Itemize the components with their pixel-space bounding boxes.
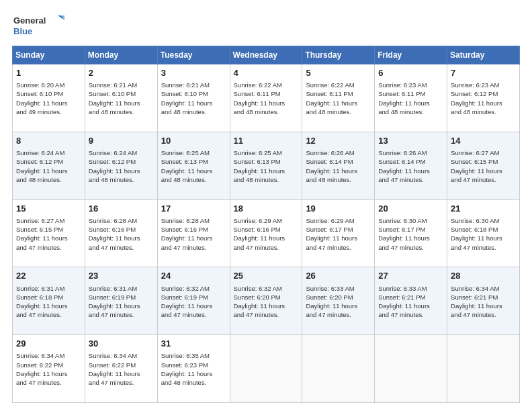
day-info: Daylight: 11 hours	[451, 234, 516, 242]
day-info: Sunrise: 6:32 AM	[161, 284, 226, 293]
day-number: 6	[378, 67, 443, 79]
table-row: 3Sunrise: 6:21 AMSunset: 6:10 PMDaylight…	[157, 64, 230, 132]
day-info: Sunrise: 6:28 AM	[89, 216, 154, 225]
day-info: and 47 minutes.	[378, 175, 443, 184]
day-number: 21	[451, 203, 516, 215]
day-info: Sunrise: 6:26 AM	[378, 148, 443, 157]
day-info: Sunset: 6:13 PM	[234, 157, 299, 166]
day-info: and 47 minutes.	[16, 243, 81, 252]
day-info: and 47 minutes.	[451, 175, 516, 184]
day-number: 26	[306, 270, 371, 282]
day-number: 23	[89, 270, 154, 282]
table-row: 16Sunrise: 6:28 AMSunset: 6:16 PMDayligh…	[85, 199, 157, 267]
day-info: and 47 minutes.	[89, 310, 154, 319]
day-info: Sunrise: 6:21 AM	[89, 81, 154, 89]
calendar-week-row: 8Sunrise: 6:24 AMSunset: 6:12 PMDaylight…	[13, 132, 520, 199]
day-info: Sunrise: 6:32 AM	[234, 284, 299, 293]
day-info: Daylight: 11 hours	[161, 234, 226, 242]
table-row: 25Sunrise: 6:32 AMSunset: 6:20 PMDayligh…	[230, 267, 302, 335]
day-info: Sunrise: 6:25 AM	[234, 148, 299, 157]
table-row: 4Sunrise: 6:22 AMSunset: 6:11 PMDaylight…	[230, 64, 302, 132]
day-info: and 48 minutes.	[16, 175, 81, 184]
day-info: Sunset: 6:18 PM	[16, 293, 81, 302]
table-row: 15Sunrise: 6:27 AMSunset: 6:15 PMDayligh…	[13, 199, 85, 267]
day-info: Sunrise: 6:24 AM	[89, 148, 154, 157]
day-info: Sunrise: 6:30 AM	[378, 216, 443, 225]
day-info: Sunrise: 6:34 AM	[451, 284, 516, 293]
day-info: Sunset: 6:18 PM	[451, 225, 516, 234]
day-info: Daylight: 11 hours	[451, 99, 516, 107]
table-row: 13Sunrise: 6:26 AMSunset: 6:14 PMDayligh…	[375, 132, 447, 199]
day-info: Sunrise: 6:34 AM	[16, 351, 81, 360]
day-number: 18	[234, 203, 299, 215]
day-info: Sunrise: 6:34 AM	[89, 351, 154, 360]
day-info: and 48 minutes.	[161, 107, 226, 116]
day-info: Daylight: 11 hours	[306, 99, 371, 107]
col-saturday: Saturday	[447, 46, 520, 64]
day-info: Sunset: 6:22 PM	[16, 361, 81, 369]
day-info: Daylight: 11 hours	[89, 302, 154, 310]
table-row	[447, 335, 520, 403]
day-info: Sunset: 6:11 PM	[378, 89, 443, 98]
table-row: 31Sunrise: 6:35 AMSunset: 6:23 PMDayligh…	[157, 335, 230, 403]
table-row: 14Sunrise: 6:27 AMSunset: 6:15 PMDayligh…	[447, 132, 520, 199]
table-row: 6Sunrise: 6:23 AMSunset: 6:11 PMDaylight…	[375, 64, 447, 132]
day-number: 12	[306, 135, 371, 147]
day-info: Sunrise: 6:24 AM	[16, 148, 81, 157]
day-info: Sunrise: 6:25 AM	[161, 148, 226, 157]
day-info: Daylight: 11 hours	[451, 302, 516, 310]
day-info: Sunrise: 6:30 AM	[451, 216, 516, 225]
day-info: Sunrise: 6:28 AM	[161, 216, 226, 225]
day-number: 1	[16, 67, 81, 79]
day-info: Sunset: 6:13 PM	[161, 157, 226, 166]
svg-text:General: General	[13, 15, 46, 26]
day-number: 20	[378, 203, 443, 215]
day-info: Daylight: 11 hours	[378, 167, 443, 175]
day-info: Sunrise: 6:29 AM	[306, 216, 371, 225]
day-info: Sunset: 6:17 PM	[378, 225, 443, 234]
day-info: Sunrise: 6:22 AM	[234, 81, 299, 89]
day-info: Daylight: 11 hours	[89, 99, 154, 107]
day-info: Daylight: 11 hours	[16, 234, 81, 242]
day-info: Daylight: 11 hours	[161, 99, 226, 107]
day-number: 9	[89, 135, 154, 147]
day-number: 28	[451, 270, 516, 282]
day-info: Daylight: 11 hours	[161, 369, 226, 378]
logo: General Blue	[12, 12, 66, 39]
day-info: and 49 minutes.	[16, 107, 81, 116]
day-info: and 48 minutes.	[234, 107, 299, 116]
day-info: Sunset: 6:19 PM	[89, 293, 154, 302]
day-info: Sunset: 6:10 PM	[16, 89, 81, 98]
col-thursday: Thursday	[302, 46, 375, 64]
day-info: Sunset: 6:11 PM	[234, 89, 299, 98]
header: General Blue	[12, 12, 520, 39]
day-number: 4	[234, 67, 299, 79]
day-info: and 47 minutes.	[451, 310, 516, 319]
day-info: Sunrise: 6:33 AM	[306, 284, 371, 293]
day-number: 14	[451, 135, 516, 147]
col-monday: Monday	[85, 46, 157, 64]
day-info: Daylight: 11 hours	[89, 167, 154, 175]
table-row	[375, 335, 447, 403]
day-number: 16	[89, 203, 154, 215]
day-number: 5	[306, 67, 371, 79]
day-info: and 48 minutes.	[306, 107, 371, 116]
day-info: and 47 minutes.	[16, 378, 81, 387]
day-info: Sunset: 6:16 PM	[89, 225, 154, 234]
day-info: Sunset: 6:19 PM	[161, 293, 226, 302]
day-info: Sunset: 6:15 PM	[451, 157, 516, 166]
col-wednesday: Wednesday	[230, 46, 302, 64]
day-info: and 47 minutes.	[161, 243, 226, 252]
day-info: Sunset: 6:11 PM	[306, 89, 371, 98]
table-row: 19Sunrise: 6:29 AMSunset: 6:17 PMDayligh…	[302, 199, 375, 267]
day-info: and 47 minutes.	[234, 243, 299, 252]
table-row: 26Sunrise: 6:33 AMSunset: 6:20 PMDayligh…	[302, 267, 375, 335]
table-row: 30Sunrise: 6:34 AMSunset: 6:22 PMDayligh…	[85, 335, 157, 403]
table-row: 23Sunrise: 6:31 AMSunset: 6:19 PMDayligh…	[85, 267, 157, 335]
table-row: 7Sunrise: 6:23 AMSunset: 6:12 PMDaylight…	[447, 64, 520, 132]
table-row: 18Sunrise: 6:29 AMSunset: 6:16 PMDayligh…	[230, 199, 302, 267]
table-row: 2Sunrise: 6:21 AMSunset: 6:10 PMDaylight…	[85, 64, 157, 132]
day-number: 29	[16, 338, 81, 350]
day-number: 13	[378, 135, 443, 147]
day-info: Sunrise: 6:22 AM	[306, 81, 371, 89]
